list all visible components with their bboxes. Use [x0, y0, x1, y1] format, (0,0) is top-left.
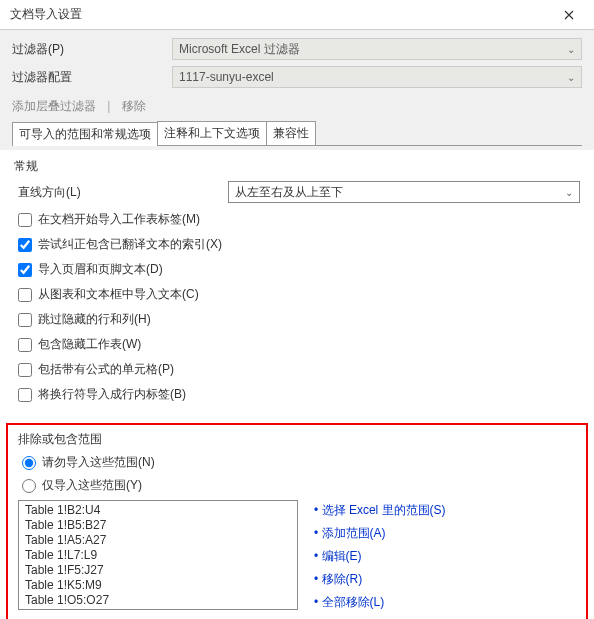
- radio-list: 请勿导入这些范围(N) 仅导入这些范围(Y): [18, 454, 576, 494]
- tabs: 可导入的范围和常规选项 注释和上下文选项 兼容性: [12, 121, 582, 146]
- checkbox-linebreak-inline[interactable]: [18, 388, 32, 402]
- separator: |: [107, 99, 110, 113]
- checkbox-label: 跳过隐藏的行和列(H): [38, 311, 151, 328]
- panel-general: 常规 直线方向(L) 从左至右及从上至下 ⌄ 在文档开始导入工作表标签(M) 尝…: [0, 150, 594, 419]
- radio-include-only[interactable]: [22, 479, 36, 493]
- radio-row-exclude: 请勿导入这些范围(N): [18, 454, 576, 471]
- list-item[interactable]: Table 1!B5:B27: [25, 518, 291, 533]
- checkbox-sheet-labels[interactable]: [18, 213, 32, 227]
- titlebar: 文档导入设置: [0, 0, 594, 30]
- checkbox-row-charts-textbox: 从图表和文本框中导入文本(C): [18, 286, 580, 303]
- add-cascade-filter-link[interactable]: 添加层叠过滤器: [12, 99, 96, 113]
- checkbox-list: 在文档开始导入工作表标签(M) 尝试纠正包含已翻译文本的索引(X) 导入页眉和页…: [14, 211, 580, 403]
- direction-row: 直线方向(L) 从左至右及从上至下 ⌄: [14, 181, 580, 203]
- checkbox-label: 包括带有公式的单元格(P): [38, 361, 174, 378]
- checkbox-label: 包含隐藏工作表(W): [38, 336, 141, 353]
- chevron-down-icon: ⌄: [565, 187, 573, 198]
- select-excel-range-link[interactable]: 选择 Excel 里的范围(S): [314, 502, 576, 519]
- filter-config-value: 1117-sunyu-excel: [179, 70, 274, 84]
- checkbox-row-include-hidden-sheets: 包含隐藏工作表(W): [18, 336, 580, 353]
- checkbox-label: 在文档开始导入工作表标签(M): [38, 211, 200, 228]
- checkbox-label: 尝试纠正包含已翻译文本的索引(X): [38, 236, 222, 253]
- add-range-link[interactable]: 添加范围(A): [314, 525, 576, 542]
- checkbox-header-footer[interactable]: [18, 263, 32, 277]
- checkbox-row-sheet-labels: 在文档开始导入工作表标签(M): [18, 211, 580, 228]
- direction-label: 直线方向(L): [18, 184, 228, 201]
- range-area: Table 1!B2:U4 Table 1!B5:B27 Table 1!A5:…: [18, 500, 576, 617]
- direction-value: 从左至右及从上至下: [235, 184, 343, 201]
- list-item[interactable]: Table 1!O5:O27: [25, 593, 291, 608]
- tab-comments-context[interactable]: 注释和上下文选项: [157, 121, 267, 145]
- remove-all-ranges-link[interactable]: 全部移除(L): [314, 594, 576, 611]
- checkbox-row-skip-hidden: 跳过隐藏的行和列(H): [18, 311, 580, 328]
- remove-filter-link[interactable]: 移除: [122, 99, 146, 113]
- radio-label: 仅导入这些范围(Y): [42, 477, 142, 494]
- close-button[interactable]: [554, 0, 584, 30]
- chevron-down-icon: ⌄: [567, 72, 575, 83]
- window-title: 文档导入设置: [10, 6, 82, 23]
- filter-row: 过滤器(P) Microsoft Excel 过滤器 ⌄: [12, 38, 582, 60]
- filter-links: 添加层叠过滤器 | 移除: [12, 94, 582, 119]
- checkbox-row-linebreak-inline: 将换行符导入成行内标签(B): [18, 386, 580, 403]
- range-section: 排除或包含范围 请勿导入这些范围(N) 仅导入这些范围(Y) Table 1!B…: [6, 423, 588, 619]
- list-item[interactable]: Table 1!L7:L9: [25, 548, 291, 563]
- direction-select[interactable]: 从左至右及从上至下 ⌄: [228, 181, 580, 203]
- checkbox-row-fix-index: 尝试纠正包含已翻译文本的索引(X): [18, 236, 580, 253]
- remove-range-link[interactable]: 移除(R): [314, 571, 576, 588]
- checkbox-fix-index[interactable]: [18, 238, 32, 252]
- filter-select[interactable]: Microsoft Excel 过滤器 ⌄: [172, 38, 582, 60]
- list-item[interactable]: Table 1!B2:U4: [25, 503, 291, 518]
- checkbox-include-hidden-sheets[interactable]: [18, 338, 32, 352]
- edit-range-link[interactable]: 编辑(E): [314, 548, 576, 565]
- radio-label: 请勿导入这些范围(N): [42, 454, 155, 471]
- range-listbox[interactable]: Table 1!B2:U4 Table 1!B5:B27 Table 1!A5:…: [18, 500, 298, 610]
- filter-label: 过滤器(P): [12, 41, 172, 58]
- checkbox-row-include-formula: 包括带有公式的单元格(P): [18, 361, 580, 378]
- checkbox-charts-textbox[interactable]: [18, 288, 32, 302]
- list-item[interactable]: Table 1!F5:J27: [25, 563, 291, 578]
- checkbox-skip-hidden[interactable]: [18, 313, 32, 327]
- tab-compatibility[interactable]: 兼容性: [266, 121, 316, 145]
- checkbox-include-formula[interactable]: [18, 363, 32, 377]
- general-title: 常规: [14, 158, 580, 175]
- radio-exclude[interactable]: [22, 456, 36, 470]
- tab-import-range[interactable]: 可导入的范围和常规选项: [12, 122, 158, 146]
- filter-config-row: 过滤器配置 1117-sunyu-excel ⌄: [12, 66, 582, 88]
- checkbox-label: 导入页眉和页脚文本(D): [38, 261, 163, 278]
- checkbox-label: 将换行符导入成行内标签(B): [38, 386, 186, 403]
- filter-config-label: 过滤器配置: [12, 69, 172, 86]
- chevron-down-icon: ⌄: [567, 44, 575, 55]
- radio-row-include-only: 仅导入这些范围(Y): [18, 477, 576, 494]
- filter-value: Microsoft Excel 过滤器: [179, 41, 300, 58]
- top-section: 过滤器(P) Microsoft Excel 过滤器 ⌄ 过滤器配置 1117-…: [0, 30, 594, 150]
- checkbox-row-header-footer: 导入页眉和页脚文本(D): [18, 261, 580, 278]
- checkbox-label: 从图表和文本框中导入文本(C): [38, 286, 199, 303]
- range-section-title: 排除或包含范围: [18, 431, 576, 448]
- range-actions: 选择 Excel 里的范围(S) 添加范围(A) 编辑(E) 移除(R) 全部移…: [314, 500, 576, 617]
- close-icon: [564, 10, 574, 20]
- list-item[interactable]: Table 1!A5:A27: [25, 533, 291, 548]
- list-item[interactable]: Table 1!K5:M9: [25, 578, 291, 593]
- filter-config-select[interactable]: 1117-sunyu-excel ⌄: [172, 66, 582, 88]
